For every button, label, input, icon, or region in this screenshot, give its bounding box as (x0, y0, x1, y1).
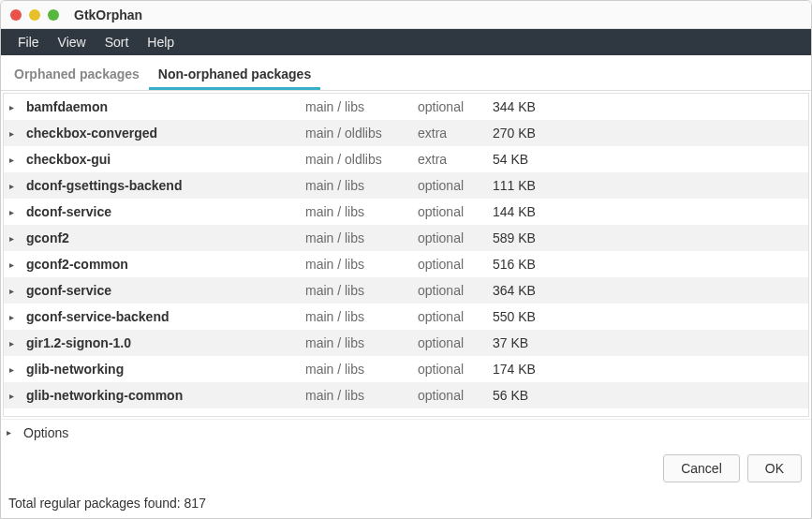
package-section: main / libs (305, 99, 418, 114)
package-section: main / libs (305, 335, 418, 350)
package-size: 550 KB (493, 309, 586, 324)
table-row[interactable]: ▸gconf2-commonmain / libsoptional516 KB (4, 251, 808, 277)
table-row[interactable]: ▸gconf-service-backendmain / libsoptiona… (4, 304, 808, 330)
chevron-right-icon[interactable]: ▸ (9, 181, 24, 191)
chevron-right-icon[interactable]: ▸ (9, 338, 24, 348)
chevron-right-icon[interactable]: ▸ (9, 286, 24, 296)
table-row[interactable]: ▸gconf-servicemain / libsoptional364 KB (4, 277, 808, 304)
package-size: 144 KB (493, 204, 586, 219)
table-row[interactable]: ▸bamfdaemonmain / libsoptional344 KB (4, 94, 808, 120)
chevron-right-icon[interactable]: ▸ (9, 155, 24, 165)
menu-view[interactable]: View (49, 31, 96, 53)
options-label: Options (22, 425, 68, 440)
package-section: main / libs (305, 178, 418, 193)
package-size: 344 KB (493, 99, 586, 114)
package-size: 270 KB (493, 126, 586, 141)
maximize-icon[interactable] (48, 9, 59, 21)
chevron-right-icon: ▸ (7, 427, 22, 437)
package-size: 56 KB (493, 388, 586, 403)
window-title: GtkOrphan (74, 7, 142, 22)
chevron-right-icon[interactable]: ▸ (9, 102, 24, 112)
cancel-button[interactable]: Cancel (663, 454, 740, 482)
window-controls (10, 9, 59, 21)
chevron-right-icon[interactable]: ▸ (9, 207, 24, 217)
package-priority: extra (418, 126, 493, 141)
main-window: GtkOrphan File View Sort Help Orphaned p… (0, 0, 812, 519)
package-section: main / libs (305, 362, 418, 377)
ok-button[interactable]: OK (747, 454, 802, 482)
package-priority: optional (418, 362, 493, 377)
content-area: ▸bamfdaemonmain / libsoptional344 KB▸che… (1, 91, 811, 445)
package-priority: optional (418, 388, 493, 403)
package-size: 37 KB (493, 335, 586, 350)
tab-non-orphaned[interactable]: Non-orphaned packages (149, 61, 320, 90)
package-name: gconf2-common (24, 257, 305, 272)
package-priority: optional (418, 230, 493, 245)
package-name: gconf2 (24, 230, 305, 245)
table-row[interactable]: ▸dconf-servicemain / libsoptional144 KB (4, 199, 808, 225)
package-name: gir1.2-signon-1.0 (24, 335, 305, 350)
package-size: 174 KB (493, 362, 586, 377)
table-row[interactable]: ▸glib-networking-servicesmain / libsopti… (4, 408, 808, 417)
package-priority: optional (418, 414, 493, 417)
package-section: main / libs (305, 283, 418, 298)
package-name: checkbox-gui (24, 152, 305, 167)
package-size: 589 KB (493, 230, 586, 245)
package-section: main / oldlibs (305, 152, 418, 167)
table-row[interactable]: ▸glib-networking-commonmain / libsoption… (4, 382, 808, 408)
table-row[interactable]: ▸gir1.2-signon-1.0main / libsoptional37 … (4, 330, 808, 356)
menu-help[interactable]: Help (138, 31, 184, 53)
package-priority: optional (418, 204, 493, 219)
package-section: main / libs (305, 414, 418, 417)
chevron-right-icon[interactable]: ▸ (9, 417, 24, 418)
chevron-right-icon[interactable]: ▸ (9, 233, 24, 244)
package-priority: optional (418, 283, 493, 298)
package-section: main / libs (305, 309, 418, 324)
chevron-right-icon[interactable]: ▸ (9, 391, 24, 401)
close-icon[interactable] (10, 9, 22, 21)
package-name: bamfdaemon (24, 99, 305, 114)
chevron-right-icon[interactable]: ▸ (9, 364, 24, 375)
titlebar: GtkOrphan (1, 1, 811, 29)
chevron-right-icon[interactable]: ▸ (9, 312, 24, 322)
package-name: gconf-service (24, 283, 305, 298)
package-priority: optional (418, 178, 493, 193)
tabbar: Orphaned packages Non-orphaned packages (1, 55, 811, 91)
package-name: gconf-service-backend (24, 309, 305, 324)
package-name: glib-networking-common (24, 388, 305, 403)
menubar: File View Sort Help (1, 29, 811, 55)
chevron-right-icon[interactable]: ▸ (9, 128, 24, 139)
package-priority: optional (418, 257, 493, 272)
package-table[interactable]: ▸bamfdaemonmain / libsoptional344 KB▸che… (3, 93, 809, 417)
package-name: dconf-gsettings-backend (24, 178, 305, 193)
package-size: 516 KB (493, 257, 586, 272)
package-size: 54 KB (493, 152, 586, 167)
table-row[interactable]: ▸checkbox-guimain / oldlibsextra54 KB (4, 146, 808, 172)
package-name: checkbox-converged (24, 126, 305, 141)
package-name: glib-networking-services (24, 414, 305, 417)
package-priority: optional (418, 335, 493, 350)
chevron-right-icon[interactable]: ▸ (9, 260, 24, 270)
package-section: main / libs (305, 257, 418, 272)
menu-file[interactable]: File (8, 31, 49, 53)
button-bar: Cancel OK (1, 445, 811, 492)
table-row[interactable]: ▸dconf-gsettings-backendmain / libsoptio… (4, 172, 808, 199)
menu-sort[interactable]: Sort (96, 31, 139, 53)
status-bar: Total regular packages found: 817 (1, 492, 811, 518)
package-priority: optional (418, 309, 493, 324)
options-expander[interactable]: ▸ Options (1, 419, 811, 445)
package-name: glib-networking (24, 362, 305, 377)
package-priority: optional (418, 99, 493, 114)
package-size: 111 KB (493, 178, 586, 193)
table-row[interactable]: ▸gconf2main / libsoptional589 KB (4, 225, 808, 251)
package-size: 46 KB (493, 414, 586, 417)
package-name: dconf-service (24, 204, 305, 219)
table-row[interactable]: ▸glib-networkingmain / libsoptional174 K… (4, 356, 808, 382)
package-section: main / oldlibs (305, 126, 418, 141)
tab-orphaned[interactable]: Orphaned packages (5, 61, 149, 90)
table-row[interactable]: ▸checkbox-convergedmain / oldlibsextra27… (4, 120, 808, 146)
package-section: main / libs (305, 230, 418, 245)
package-section: main / libs (305, 388, 418, 403)
minimize-icon[interactable] (29, 9, 40, 21)
package-size: 364 KB (493, 283, 586, 298)
